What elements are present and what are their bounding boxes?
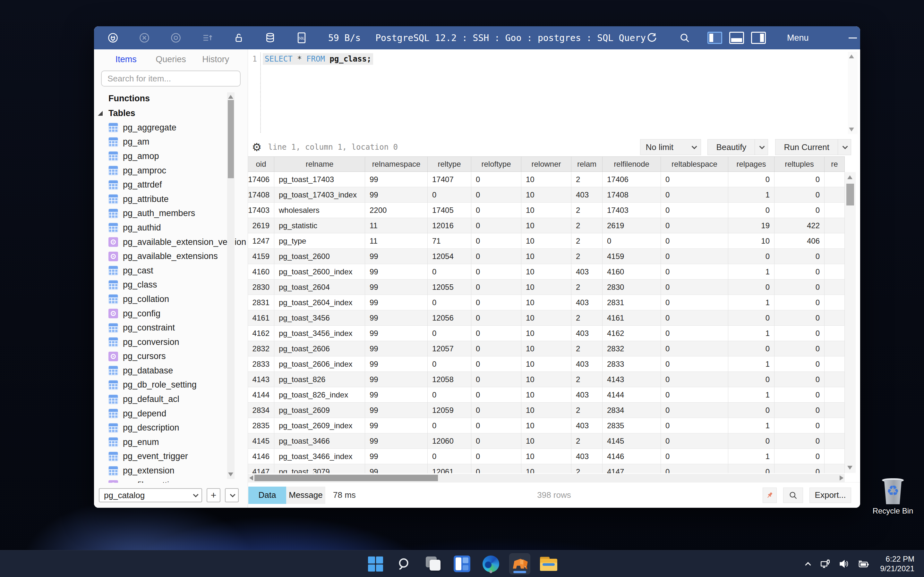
run-menu-button[interactable] — [838, 139, 851, 155]
table-row[interactable]: 1247pg_type117101020010406 — [248, 234, 845, 249]
scroll-down-icon[interactable] — [228, 472, 233, 476]
right-panel-toggle-icon[interactable] — [751, 32, 766, 44]
expanded-triangle-icon[interactable] — [98, 111, 103, 116]
column-header-relam[interactable]: relam — [572, 157, 603, 171]
table-row[interactable]: 4145pg_toast_3466991206001024145000 — [248, 434, 845, 449]
table-row[interactable]: 17408pg_toast_17403_index990010403174080… — [248, 187, 845, 203]
tree-item-pg_enum[interactable]: pg_enum — [94, 435, 248, 450]
refresh-icon[interactable] — [646, 32, 658, 44]
column-header-relname[interactable]: relname — [274, 157, 365, 171]
table-row[interactable]: 2833pg_toast_2606_index9900104032833010 — [248, 356, 845, 372]
sql-statement[interactable]: SELECT * FROM pg_class; — [263, 53, 373, 65]
table-row[interactable]: 4146pg_toast_3466_index9900104034146010 — [248, 449, 845, 464]
sql-file-icon[interactable]: SQL — [296, 32, 308, 44]
tab-message[interactable]: Message — [286, 487, 325, 504]
table-row[interactable]: 4161pg_toast_3456991205601024161000 — [248, 310, 845, 326]
volume-icon[interactable] — [838, 558, 849, 569]
tree-item-pg_authid[interactable]: pg_authid — [94, 221, 248, 235]
beautify-button[interactable]: Beautify — [708, 139, 754, 155]
editor-line-1[interactable]: 1 SELECT * FROM pg_class; — [250, 53, 373, 65]
scrollbar-thumb[interactable] — [846, 184, 854, 205]
disconnect-icon[interactable] — [138, 32, 150, 44]
scroll-up-icon[interactable] — [847, 175, 853, 179]
tree-item-pg_database[interactable]: pg_database — [94, 364, 248, 378]
file-explorer-button[interactable] — [538, 554, 559, 574]
scroll-up-icon[interactable] — [228, 95, 233, 99]
tree-item-pg_attribute[interactable]: pg_attribute — [94, 192, 248, 206]
taskbar-clock[interactable]: 6:22 PM 9/21/2021 — [880, 554, 914, 574]
left-panel-toggle-icon[interactable] — [708, 32, 722, 44]
table-row[interactable]: 2835pg_toast_2609_index9900104032835010 — [248, 418, 845, 434]
menu-button[interactable]: Menu — [787, 33, 809, 43]
network-icon[interactable] — [820, 558, 830, 569]
results-hscrollbar[interactable] — [248, 474, 845, 482]
scroll-up-icon[interactable] — [849, 55, 854, 58]
item-search-input[interactable] — [101, 71, 241, 87]
scroll-down-icon[interactable] — [847, 466, 853, 470]
table-row[interactable]: 4143pg_toast_826991205801024143000 — [248, 372, 845, 387]
minimize-button[interactable] — [845, 31, 860, 44]
table-row[interactable]: 17406pg_toast_174039917407010217406000 — [248, 172, 845, 187]
table-row[interactable]: 2619pg_statistic111201601022619019422 — [248, 218, 845, 234]
tree-item-pg_cast[interactable]: pg_cast — [94, 263, 248, 278]
sql-editor[interactable]: 1 SELECT * FROM pg_class; — [248, 49, 860, 138]
table-row[interactable]: 4162pg_toast_3456_index9900104034162010 — [248, 326, 845, 341]
widgets-button[interactable] — [452, 554, 472, 574]
tree-item-pg_available_extensions[interactable]: pg_available_extensions — [94, 249, 248, 263]
column-header-relnamespace[interactable]: relnamespace — [365, 157, 428, 171]
add-item-button[interactable]: + — [207, 488, 220, 502]
task-view-button[interactable] — [423, 554, 443, 574]
tree-item-pg_depend[interactable]: pg_depend — [94, 406, 248, 421]
table-row[interactable]: 4159pg_toast_2600991205401024159000 — [248, 249, 845, 264]
table-row[interactable]: 2831pg_toast_2604_index9900104032831010 — [248, 295, 845, 310]
edge-browser-button[interactable] — [481, 554, 501, 574]
tab-history[interactable]: History — [193, 55, 238, 64]
tree-item-pg_db_role_setting[interactable]: pg_db_role_setting — [94, 378, 248, 392]
tree-item-pg_default_acl[interactable]: pg_default_acl — [94, 392, 248, 406]
export-button[interactable]: Export... — [809, 488, 851, 503]
column-header-reloftype[interactable]: reloftype — [471, 157, 521, 171]
table-row[interactable]: 17403wholesalers220017405010217403000 — [248, 203, 845, 218]
limit-dropdown[interactable]: No limit — [640, 139, 701, 155]
tree-item-pg_amproc[interactable]: pg_amproc — [94, 163, 248, 178]
column-header-relowner[interactable]: relowner — [521, 157, 572, 171]
taskbar-search-button[interactable] — [394, 554, 415, 574]
pin-results-button[interactable] — [762, 488, 777, 503]
unlock-icon[interactable] — [233, 32, 245, 44]
hidden-icons-chevron-icon[interactable] — [805, 562, 811, 568]
more-options-button[interactable] — [225, 488, 239, 502]
scroll-right-icon[interactable] — [840, 475, 843, 480]
tree-item-pg_attrdef[interactable]: pg_attrdef — [94, 177, 248, 192]
tree-item-pg_aggregate[interactable]: pg_aggregate — [94, 121, 248, 135]
scrollbar-thumb[interactable] — [228, 100, 234, 178]
table-row[interactable]: 4160pg_toast_2600_index9900104034160010 — [248, 264, 845, 279]
tab-data[interactable]: Data — [248, 487, 286, 504]
column-header-reltuples[interactable]: reltuples — [774, 157, 825, 171]
connect-plug-icon[interactable] — [107, 32, 119, 44]
gear-icon[interactable]: ⚙ — [252, 142, 262, 153]
search-results-button[interactable] — [783, 488, 803, 503]
database-icon[interactable] — [264, 32, 276, 44]
start-button[interactable] — [365, 554, 386, 574]
column-header-re[interactable]: re — [825, 157, 845, 171]
tree-section-tables[interactable]: Tables — [94, 106, 248, 121]
editor-scrollbar[interactable] — [848, 52, 858, 134]
search-icon[interactable] — [678, 32, 691, 44]
tree-item-pg_extension[interactable]: pg_extension — [94, 464, 248, 478]
run-current-button[interactable]: Run Current — [775, 139, 838, 155]
scroll-down-icon[interactable] — [849, 127, 854, 131]
column-header-relfilenode[interactable]: relfilenode — [603, 157, 661, 171]
results-vscrollbar[interactable] — [845, 172, 856, 473]
sidebar-scrollbar[interactable] — [227, 92, 234, 479]
history-list-icon[interactable] — [201, 32, 213, 44]
scrollbar-thumb[interactable] — [254, 475, 438, 481]
schema-select[interactable]: pg_catalog — [99, 488, 202, 502]
tree-item-pg_event_trigger[interactable]: pg_event_trigger — [94, 450, 248, 464]
scroll-left-icon[interactable] — [249, 475, 253, 480]
tree-item-pg_conversion[interactable]: pg_conversion — [94, 335, 248, 350]
table-row[interactable]: 4144pg_toast_826_index9900104034144010 — [248, 387, 845, 403]
battery-charging-icon[interactable] — [857, 558, 869, 569]
tree-item-pg_available_extension_version[interactable]: pg_available_extension_version — [94, 235, 248, 250]
tab-queries[interactable]: Queries — [149, 55, 194, 64]
watch-icon[interactable] — [170, 32, 182, 44]
